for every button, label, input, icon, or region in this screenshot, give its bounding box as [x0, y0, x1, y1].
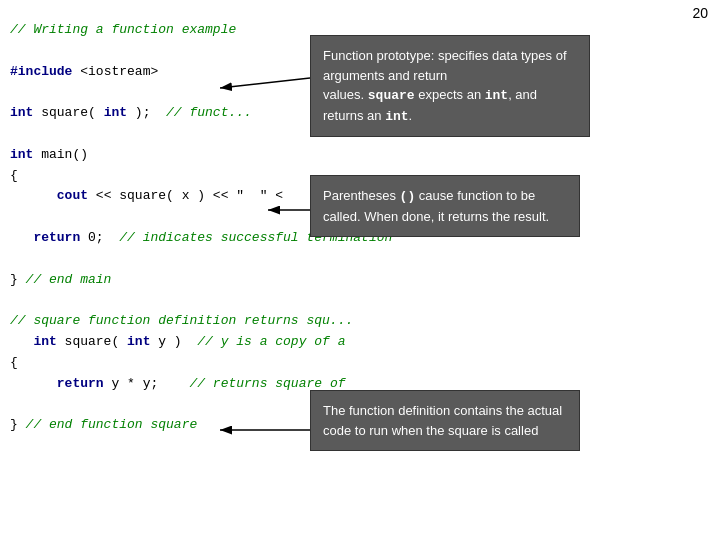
tooltip-definition: The function definition contains the act… [310, 390, 580, 451]
code-line-16: int square( int y ) // y is a copy of a [10, 332, 710, 353]
code-line-13: } // end main [10, 270, 710, 291]
tooltip-prototype: Function prototype: specifies data types… [310, 35, 590, 137]
code-line-15: // square function definition returns sq… [10, 311, 710, 332]
tooltip-parentheses-text: Parentheses () cause function to be call… [323, 188, 549, 224]
code-line-12 [10, 249, 710, 270]
tooltip-definition-text: The function definition contains the act… [323, 403, 562, 438]
tooltip-prototype-text: Function prototype: specifies data types… [323, 48, 567, 123]
code-line-17: { [10, 353, 710, 374]
page-number: 20 [692, 5, 708, 21]
code-line-7: int main() [10, 145, 710, 166]
code-line-14 [10, 290, 710, 311]
tooltip-parentheses: Parentheses () cause function to be call… [310, 175, 580, 237]
